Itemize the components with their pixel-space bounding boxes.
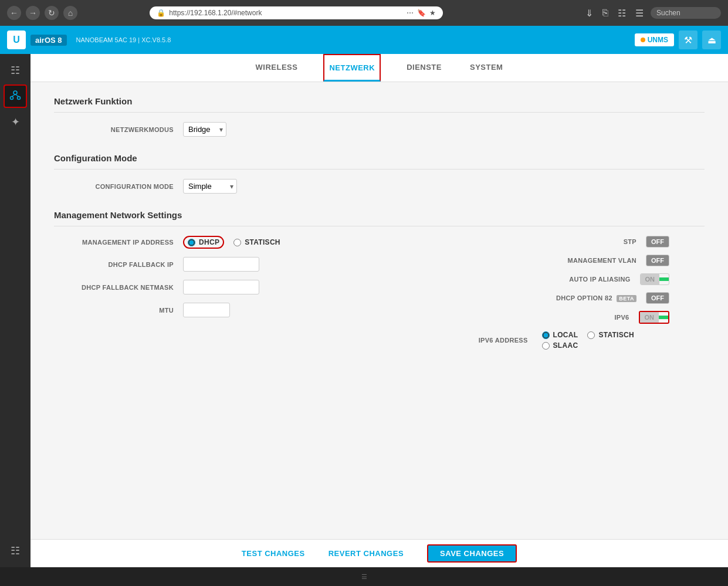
svg-point-2 — [18, 96, 21, 99]
statisch-radio[interactable] — [233, 239, 241, 246]
unms-label: UNMS — [648, 36, 668, 44]
star-icon: ★ — [429, 9, 436, 17]
ipv6-toggle[interactable]: ON — [640, 312, 669, 323]
dhcp-fallback-ip-input[interactable]: 192.168.1.10 — [183, 257, 259, 272]
section-netzwerk-funktion: Netzwerk Funktion NETZWERKMODUS Bridge R… — [54, 96, 705, 137]
search-bar[interactable]: Suchen — [651, 7, 721, 19]
sidebar-item-stats[interactable]: ☷ — [4, 59, 27, 82]
svg-point-0 — [13, 91, 17, 94]
search-placeholder: Suchen — [656, 9, 680, 17]
revert-changes-button[interactable]: REVERT CHANGES — [329, 549, 404, 558]
sidebar-item-bottom[interactable]: ☷ — [4, 539, 27, 563]
dhcp-fallback-ip-control: 192.168.1.10 — [183, 257, 259, 272]
dhcp-fallback-netmask-control: 255.255.255.0 — [183, 280, 259, 294]
dhcp-fallback-netmask-input[interactable]: 255.255.255.0 — [183, 280, 259, 294]
ipv6-local-radio[interactable] — [542, 331, 550, 339]
management-ip-row: MANAGEMENT IP ADDRESS DHCP — [54, 236, 380, 249]
tab-dienste[interactable]: DIENSTE — [404, 54, 444, 82]
stp-toggle[interactable]: OFF — [646, 236, 669, 248]
ipv6-address-label: IPV6 ADDRESS — [479, 337, 528, 344]
svg-line-4 — [15, 94, 19, 97]
netzwerkmodus-label: NETZWERKMODUS — [54, 126, 183, 133]
dhcp-fallback-ip-row: DHCP FALLBACK IP 192.168.1.10 — [54, 257, 380, 272]
dhcp-fallback-netmask-label: DHCP FALLBACK NETMASK — [54, 284, 183, 291]
config-mode-label: CONFIGURATION MODE — [54, 183, 183, 190]
dhcp-option82-label: DHCP OPTION 82 BETA — [556, 294, 636, 302]
auto-ip-aliasing-label: AUTO IP ALIASING — [569, 276, 630, 283]
ipv6-address-options: LOCAL STATISCH — [542, 331, 634, 350]
bookmarks-icon[interactable]: ⎘ — [600, 6, 611, 19]
top-bar-logo: U airOS 8 NANOBEAM 5AC 19 | XC.V8.5.8 — [7, 31, 171, 49]
tab-wireless[interactable]: WIRELESS — [253, 54, 300, 82]
ipv6-toggle-wrapper[interactable]: ON — [639, 311, 670, 324]
reader-icon[interactable]: ☷ — [615, 6, 628, 20]
section-title-netzwerk: Netzwerk Funktion — [54, 96, 705, 113]
management-vlan-toggle[interactable]: OFF — [646, 255, 669, 266]
dhcp-label: DHCP — [199, 238, 219, 246]
footer: TEST CHANGES REVERT CHANGES SAVE CHANGES — [31, 539, 728, 567]
netzwerkmodus-select[interactable]: Bridge Router — [183, 122, 226, 137]
management-ip-label: MANAGEMENT IP ADDRESS — [54, 239, 183, 246]
exit-button[interactable]: ⏏ — [702, 31, 721, 49]
refresh-button[interactable]: ↻ — [45, 6, 59, 20]
dhcp-radio-item[interactable]: DHCP — [183, 236, 224, 249]
dhcp-option82-off-value: OFF — [646, 293, 669, 303]
management-vlan-row: MANAGEMENT VLAN OFF — [380, 255, 705, 266]
config-mode-row: CONFIGURATION MODE Simple Advanced — [54, 179, 705, 194]
back-button[interactable]: ← — [7, 6, 21, 20]
ipv6-slaac-item[interactable]: SLAAC — [542, 341, 578, 350]
tools-icon: ✦ — [11, 116, 20, 128]
statisch-radio-item[interactable]: STATISCH — [233, 238, 280, 246]
app-container: U airOS 8 NANOBEAM 5AC 19 | XC.V8.5.8 UN… — [0, 26, 728, 567]
browser-chrome: ← → ↻ ⌂ 🔒 https://192.168.1.20/#network … — [0, 0, 728, 26]
config-mode-select[interactable]: Simple Advanced — [183, 179, 237, 194]
unms-button[interactable]: UNMS — [635, 33, 674, 46]
config-mode-select-wrapper[interactable]: Simple Advanced — [183, 179, 237, 194]
main-layout: ☷ ✦ ☷ — [0, 54, 728, 567]
section-config-mode: Configuration Mode CONFIGURATION MODE Si… — [54, 153, 705, 194]
bottom-bar: ☰ — [0, 567, 728, 586]
save-changes-button[interactable]: SAVE CHANGES — [427, 544, 517, 563]
ipv6-row: IPV6 ON — [380, 311, 705, 324]
mtu-input[interactable]: 1500 — [183, 303, 230, 317]
dhcp-option82-toggle[interactable]: OFF — [646, 292, 669, 304]
bottom-bar-text: ☰ — [361, 573, 367, 581]
top-bar: U airOS 8 NANOBEAM 5AC 19 | XC.V8.5.8 UN… — [0, 26, 728, 54]
auto-ip-aliasing-toggle[interactable]: ON — [640, 273, 670, 285]
ip-radio-group: DHCP STATISCH — [183, 236, 280, 249]
dhcp-radio[interactable] — [188, 239, 195, 246]
unms-dot — [641, 38, 645, 42]
ipv6-statisch-radio[interactable] — [587, 331, 595, 339]
config-mode-control: Simple Advanced — [183, 179, 237, 194]
download-icon[interactable]: ⇓ — [583, 6, 595, 20]
stats-icon: ☷ — [11, 64, 20, 77]
nav-tabs: WIRELESS NETZWERK DIENSTE SYSTEM — [31, 54, 728, 82]
stp-label: STP — [624, 238, 636, 245]
page-content: Netzwerk Funktion NETZWERKMODUS Bridge R… — [31, 82, 728, 539]
management-ip-control: DHCP STATISCH — [183, 236, 280, 249]
stp-off-value: OFF — [646, 236, 669, 247]
url-bar[interactable]: 🔒 https://192.168.1.20/#network ⋯ 🔖 ★ — [150, 6, 443, 19]
section-title-config: Configuration Mode — [54, 153, 705, 170]
netzwerkmodus-select-wrapper[interactable]: Bridge Router — [183, 122, 226, 137]
ipv6-address-bottom: SLAAC — [542, 341, 634, 350]
netzwerkmodus-row: NETZWERKMODUS Bridge Router — [54, 122, 705, 137]
tab-netzwerk[interactable]: NETZWERK — [323, 54, 381, 82]
wrench-button[interactable]: ⚒ — [679, 31, 697, 49]
ipv6-local-item[interactable]: LOCAL — [542, 331, 578, 339]
ipv6-statisch-item[interactable]: STATISCH — [587, 331, 634, 339]
forward-button[interactable]: → — [26, 6, 40, 20]
svg-line-3 — [12, 94, 15, 97]
menu-icon[interactable]: ☰ — [633, 6, 646, 20]
ipv6-statisch-label: STATISCH — [598, 331, 634, 339]
content-area: WIRELESS NETZWERK DIENSTE SYSTEM Netzwer… — [31, 54, 728, 567]
tab-system[interactable]: SYSTEM — [468, 54, 505, 82]
test-changes-button[interactable]: TEST CHANGES — [242, 549, 305, 558]
ipv6-slaac-label: SLAAC — [553, 341, 578, 350]
sidebar-item-network[interactable] — [4, 84, 27, 108]
ipv6-slaac-radio[interactable] — [542, 342, 550, 350]
home-button[interactable]: ⌂ — [63, 6, 77, 20]
sidebar-item-tools[interactable]: ✦ — [4, 110, 27, 134]
airos-badge: airOS 8 — [31, 35, 67, 46]
stp-row: STP OFF — [380, 236, 705, 248]
